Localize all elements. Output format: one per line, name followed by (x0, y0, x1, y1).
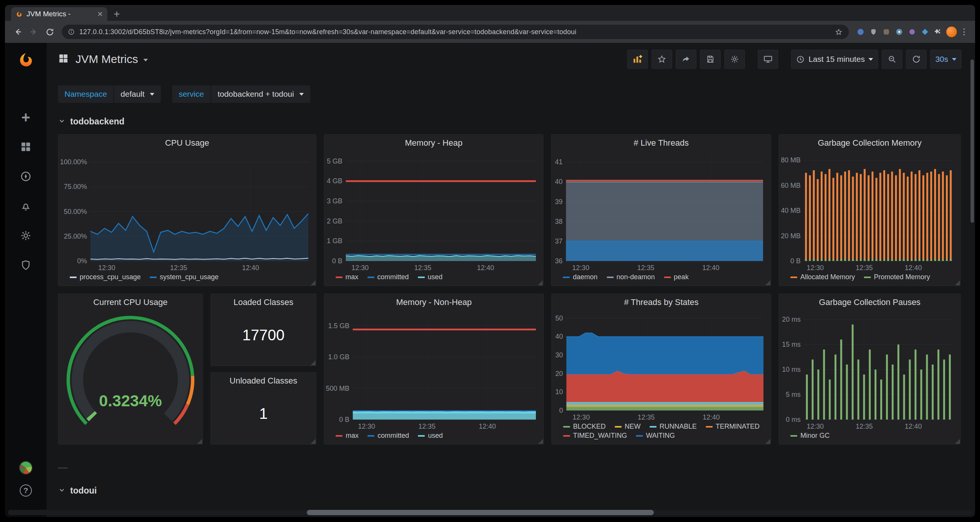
horizontal-scrollbar-thumb[interactable] (307, 510, 654, 515)
tab-close-icon[interactable]: × (97, 10, 103, 19)
legend-item[interactable]: TIMED_WAITING (563, 432, 627, 440)
panel-title[interactable]: Loaded Classes (211, 294, 316, 311)
extensions-puzzle-icon[interactable] (934, 28, 942, 36)
dashboard-title[interactable]: JVM Metrics (75, 53, 138, 65)
browser-tab[interactable]: JVM Metrics - × (11, 7, 107, 21)
row-title[interactable]: todoui (70, 485, 97, 496)
back-button[interactable] (11, 25, 25, 39)
browser-menu-icon[interactable]: ⋮ (959, 27, 969, 37)
extension-icon[interactable] (908, 28, 916, 36)
refresh-interval-select[interactable]: 30s (930, 50, 961, 68)
panel-title[interactable]: # Threads by States (552, 294, 771, 311)
panel-resize-handle[interactable] (310, 439, 315, 444)
sidebar-item-alerting[interactable] (20, 200, 32, 212)
legend-item[interactable]: daemon (563, 273, 597, 281)
legend-item[interactable]: Minor GC (791, 432, 829, 440)
star-dashboard-button[interactable] (652, 50, 672, 68)
variable-value-select[interactable]: default (114, 85, 161, 103)
legend-item[interactable]: RUNNABLE (650, 423, 697, 431)
new-tab-button[interactable]: + (110, 8, 123, 21)
add-panel-button[interactable] (627, 50, 648, 68)
panel-resize-handle[interactable] (310, 280, 315, 285)
bookmark-star-icon[interactable] (835, 28, 843, 36)
legend-item[interactable]: system_cpu_usage (150, 273, 218, 281)
sidebar-item-admin[interactable] (20, 259, 32, 271)
legend-item[interactable]: max (336, 273, 358, 281)
share-button[interactable] (676, 50, 696, 68)
legend-item[interactable]: used (418, 273, 442, 281)
gc-pauses-chart[interactable]: 12:3012:3512:400 ms5 ms10 ms15 ms20 ms (780, 311, 958, 431)
panel-title[interactable]: Unloaded Classes (211, 372, 316, 389)
horizontal-scrollbar[interactable] (8, 510, 972, 515)
forward-button[interactable] (27, 25, 41, 39)
panel-title[interactable]: Garbage Collection Pauses (779, 294, 960, 311)
panel-resize-handle[interactable] (955, 439, 960, 444)
panel-title[interactable]: # Live Threads (551, 135, 771, 151)
cpu-usage-chart[interactable]: 12:3012:3512:400%25.00%50.00%75.00%100.0… (59, 151, 313, 272)
grafana-logo[interactable] (17, 51, 35, 68)
reload-button[interactable] (43, 25, 57, 39)
panel-title[interactable]: CPU Usage (59, 135, 316, 151)
legend-item[interactable]: peak (664, 273, 689, 281)
time-range-picker[interactable]: Last 15 minutes (791, 50, 878, 68)
sidebar-item-configuration[interactable] (20, 229, 32, 242)
extension-icon[interactable] (921, 28, 929, 36)
url-text[interactable]: 127.0.0.1:3002/d/D65bST8iz/jvm-metrics?o… (79, 28, 830, 36)
panel-resize-handle[interactable] (197, 439, 202, 444)
row-header-todobackend[interactable]: todobackend (58, 116, 961, 127)
panel-title[interactable]: Memory - Non-Heap (324, 294, 544, 311)
help-icon[interactable]: ? (20, 484, 32, 497)
panel-resize-handle[interactable] (310, 360, 315, 365)
user-avatar[interactable] (19, 461, 33, 474)
panel-title[interactable]: Garbage Collection Memory (779, 135, 960, 151)
panel-resize-handle[interactable] (765, 280, 770, 285)
legend-item[interactable]: Allocated Memory (791, 273, 855, 281)
title-caret-icon[interactable] (143, 59, 148, 62)
live-threads-chart[interactable]: 12:3012:3512:40363738394041 (552, 151, 768, 272)
legend-item[interactable]: committed (368, 273, 409, 281)
sidebar-item-create[interactable]: + (21, 111, 30, 123)
legend-item[interactable]: committed (368, 432, 409, 440)
memory-non-heap-chart[interactable]: 12:3012:3512:400 B500 MB1.0 GB1.5 GB (325, 311, 541, 431)
legend-item[interactable]: Promoted Memory (864, 273, 930, 281)
address-bar[interactable]: 127.0.0.1:3002/d/D65bST8iz/jvm-metrics?o… (62, 25, 849, 39)
row-collapse-icon[interactable] (58, 117, 65, 126)
cpu-gauge[interactable]: 0.3234% (59, 311, 202, 444)
legend-item[interactable]: max (336, 432, 358, 440)
row-collapse-icon[interactable] (58, 486, 65, 495)
panel-title[interactable]: Memory - Heap (324, 135, 544, 151)
refresh-button[interactable] (906, 50, 926, 68)
panel-resize-handle[interactable] (765, 439, 770, 444)
legend-item[interactable]: process_cpu_usage (70, 273, 141, 281)
profile-avatar[interactable] (946, 27, 957, 37)
extension-icon[interactable] (882, 28, 890, 36)
legend-item[interactable]: WAITING (636, 432, 675, 440)
tv-mode-button[interactable] (758, 50, 778, 68)
panel-title[interactable]: Current CPU Usage (59, 294, 202, 311)
legend-item[interactable]: BLOCKED (563, 423, 606, 431)
variable-value-select[interactable]: todobackend + todoui (211, 85, 310, 103)
legend-item[interactable]: TERMINATED (706, 423, 760, 431)
row-header-todoui[interactable]: todoui (58, 485, 961, 496)
chart-legend: maxcommittedused (324, 272, 544, 286)
vertical-scrollbar-thumb[interactable] (970, 60, 974, 223)
memory-heap-chart[interactable]: 12:3012:3512:400 B1 GB2 GB3 GB4 GB5 GB (325, 151, 541, 272)
legend-item[interactable]: NEW (615, 423, 641, 431)
extension-icon[interactable] (895, 28, 903, 36)
legend-item[interactable]: non-deamon (607, 273, 655, 281)
zoom-out-button[interactable] (882, 50, 902, 68)
settings-button[interactable] (724, 50, 745, 68)
row-title[interactable]: todobackend (70, 116, 124, 127)
site-info-icon[interactable] (68, 29, 75, 35)
gc-memory-chart[interactable]: 12:3012:3512:400 B20 MB40 MB60 MB80 MB (780, 151, 958, 272)
panel-resize-handle[interactable] (538, 280, 543, 285)
threads-by-states-chart[interactable]: 12:3012:3512:4001020304050 (552, 311, 769, 422)
extension-icon[interactable] (856, 28, 864, 36)
save-button[interactable] (700, 50, 721, 68)
sidebar-item-explore[interactable] (20, 170, 32, 183)
extension-icon[interactable] (869, 28, 877, 36)
panel-resize-handle[interactable] (538, 439, 543, 444)
sidebar-item-dashboards[interactable] (20, 141, 32, 153)
panel-resize-handle[interactable] (955, 280, 960, 285)
legend-item[interactable]: used (418, 432, 442, 440)
